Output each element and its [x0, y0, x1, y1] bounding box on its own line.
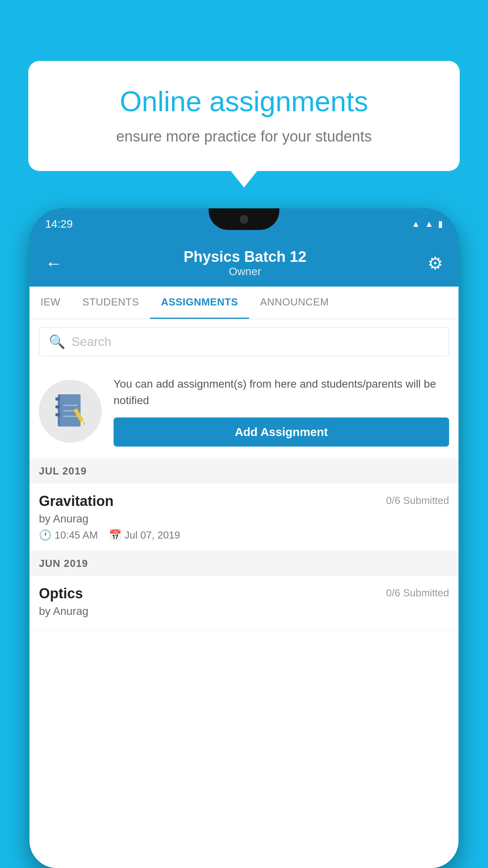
speech-bubble-subtitle: ensure more practice for your students: [56, 126, 432, 147]
promo-text: You can add assignment(s) from here and …: [114, 376, 449, 409]
add-assignment-button[interactable]: Add Assignment: [114, 417, 449, 447]
assignment-item-optics[interactable]: Optics 0/6 Submitted by Anurag: [29, 576, 459, 631]
meta-time-gravitation: 🕐 10:45 AM: [39, 529, 98, 541]
settings-icon[interactable]: ⚙: [427, 253, 443, 273]
assignment-author-optics: by Anurag: [39, 605, 449, 618]
speech-bubble-title: Online assignments: [56, 85, 432, 118]
search-icon: 🔍: [49, 334, 65, 349]
status-bar: 14:29 ▲ ▲ ▮: [29, 208, 459, 240]
search-placeholder-text: Search: [72, 335, 111, 349]
assignment-time-gravitation: 10:45 AM: [55, 529, 98, 541]
assignment-title-gravitation: Gravitation: [39, 493, 114, 509]
assignment-title-optics: Optics: [39, 585, 83, 602]
header-center: Physics Batch 12 Owner: [183, 248, 306, 278]
assignment-date-gravitation: Jul 07, 2019: [125, 529, 180, 541]
signal-icon: ▲: [425, 219, 433, 229]
section-header-jul: JUL 2019: [29, 459, 459, 484]
search-bar-container: 🔍 Search: [29, 319, 459, 364]
assignment-row-top: Gravitation 0/6 Submitted: [39, 493, 449, 509]
section-header-jun: JUN 2019: [29, 551, 459, 576]
tabs-bar: IEW STUDENTS ASSIGNMENTS ANNOUNCEM: [29, 287, 459, 319]
calendar-icon-gravitation: 📅: [109, 529, 121, 541]
speech-bubble: Online assignments ensure more practice …: [28, 61, 460, 171]
tab-iew[interactable]: IEW: [29, 287, 72, 319]
phone-frame: 14:29 ▲ ▲ ▮ ← Physics Batch 12 Owner ⚙ I…: [29, 208, 459, 868]
tab-assignments[interactable]: ASSIGNMENTS: [150, 287, 249, 319]
header-title: Physics Batch 12: [183, 248, 306, 265]
svg-rect-3: [55, 405, 60, 408]
clock-icon-gravitation: 🕐: [39, 529, 51, 541]
meta-date-gravitation: 📅 Jul 07, 2019: [109, 529, 180, 541]
battery-icon: ▮: [438, 219, 443, 229]
back-button[interactable]: ←: [45, 254, 62, 273]
app-content: ← Physics Batch 12 Owner ⚙ IEW STUDENTS …: [29, 240, 459, 868]
add-assignment-promo: You can add assignment(s) from here and …: [29, 364, 459, 459]
camera-dot: [240, 215, 248, 224]
notebook-svg-icon: [55, 394, 86, 429]
assignment-item-gravitation[interactable]: Gravitation 0/6 Submitted by Anurag 🕐 10…: [29, 484, 459, 551]
assignment-author-gravitation: by Anurag: [39, 513, 449, 525]
tab-students[interactable]: STUDENTS: [72, 287, 150, 319]
assignment-submitted-optics: 0/6 Submitted: [386, 587, 449, 599]
svg-rect-2: [55, 397, 60, 401]
status-icons: ▲ ▲ ▮: [411, 219, 443, 229]
scroll-content[interactable]: 🔍 Search: [29, 319, 459, 868]
wifi-icon: ▲: [411, 219, 420, 229]
status-time: 14:29: [45, 218, 73, 230]
app-header: ← Physics Batch 12 Owner ⚙: [29, 240, 459, 287]
promo-right: You can add assignment(s) from here and …: [114, 376, 449, 447]
assignment-submitted-gravitation: 0/6 Submitted: [386, 495, 449, 507]
svg-rect-4: [55, 413, 60, 416]
assignment-meta-gravitation: 🕐 10:45 AM 📅 Jul 07, 2019: [39, 529, 449, 541]
header-subtitle: Owner: [183, 265, 306, 278]
tab-announcements[interactable]: ANNOUNCEM: [249, 287, 340, 319]
svg-marker-9: [82, 421, 86, 426]
assignment-row-top-optics: Optics 0/6 Submitted: [39, 585, 449, 602]
promo-icon-circle: [39, 380, 102, 443]
speech-bubble-section: Online assignments ensure more practice …: [28, 61, 460, 171]
phone-notch: [209, 208, 279, 230]
search-bar[interactable]: 🔍 Search: [39, 327, 449, 356]
